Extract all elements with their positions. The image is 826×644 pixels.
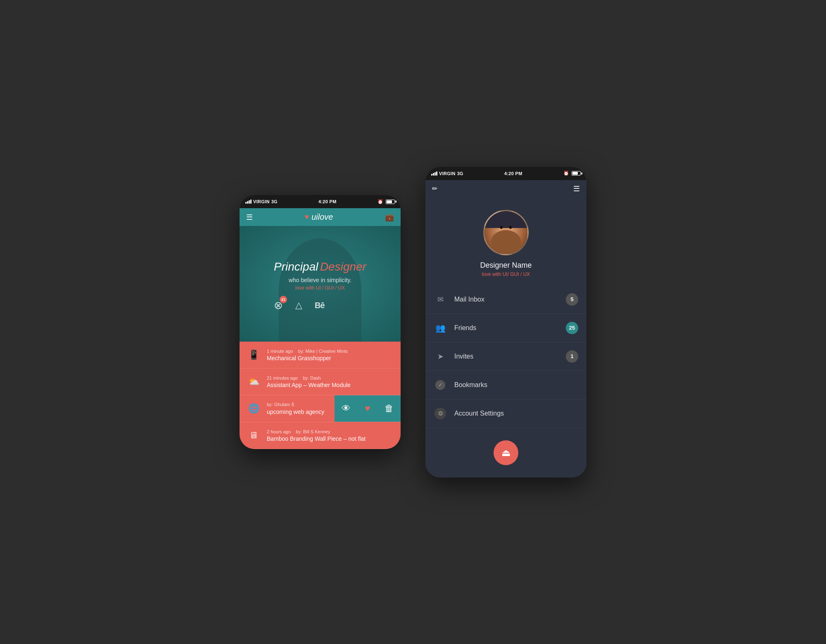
feed-meta: 2 hours ago by: Bill S Kenney <box>267 429 394 434</box>
feed-info: 1 minute ago by: Mike | Creative Mints M… <box>267 349 394 361</box>
feed-list: 📱 1 minute ago by: Mike | Creative Mints… <box>240 342 401 449</box>
feed-time: 2 hours ago <box>267 429 291 434</box>
menu-list: ✉ Mail Inbox 5 👥 Friends 25 ➤ Invites 1 <box>425 285 586 428</box>
menu-item-bookmarks[interactable]: ✓ Bookmarks <box>425 371 586 399</box>
feed-meta: 1 minute ago by: Mike | Creative Mints <box>267 349 394 354</box>
hero-subtitle: who believe in simplicity. <box>274 277 366 283</box>
hero-section: Principal Designer who believe in simpli… <box>240 226 401 342</box>
settings-icon-wrap: ⚙ <box>434 407 447 420</box>
menu-item-mail[interactable]: ✉ Mail Inbox 5 <box>425 285 586 314</box>
feed-icon-box: 🌐 <box>246 401 261 416</box>
dribbble-icon-wrap: 21 ⊗ <box>274 299 283 312</box>
pencil-icon[interactable]: ✏ <box>432 185 437 192</box>
signal-bar <box>249 200 250 204</box>
view-action-icon[interactable]: 👁 <box>342 403 351 414</box>
hero-title: Principal Designer <box>274 260 366 273</box>
status-bar-2: VIRGIN 3G 4:20 PM ⏰ <box>425 167 586 180</box>
friends-label: Friends <box>454 324 558 332</box>
battery-icon-2 <box>572 171 581 176</box>
network-text-2: 3G <box>457 171 463 176</box>
phone2-footer: ⏏ <box>425 428 586 478</box>
battery-fill-2 <box>572 172 578 175</box>
network-text: 3G <box>271 199 278 204</box>
feed-info: 21 minutes ago by: Dash Assistant App – … <box>267 375 394 388</box>
phone-2: VIRGIN 3G 4:20 PM ⏰ ✏ ☰ <box>425 167 586 478</box>
feed-author: by: Bill S Kenney <box>296 429 330 434</box>
like-action-icon[interactable]: ♥ <box>365 403 370 414</box>
avatar-eye-right <box>509 226 512 229</box>
swipe-actions: 👁 ♥ 🗑 <box>335 395 401 422</box>
bookmarks-label: Bookmarks <box>454 381 578 389</box>
feed-item[interactable]: 📱 1 minute ago by: Mike | Creative Mints… <box>240 342 401 368</box>
profile-section: Designer Name love with UI/ GUI / UX <box>425 197 586 285</box>
feed-info: 2 hours ago by: Bill S Kenney Bamboo Bra… <box>267 429 394 442</box>
heart-icon: ♥ <box>305 213 309 221</box>
signal-bar <box>247 201 248 204</box>
signal-bars-1 <box>245 200 252 204</box>
bookmarks-icon-wrap: ✓ <box>434 378 447 392</box>
feed-icon-box: ⛅ <box>246 374 261 389</box>
avatar <box>483 210 529 255</box>
status-right-1: ⏰ <box>377 199 395 204</box>
feed-author: by: Ghulam ♁ <box>267 402 294 407</box>
desktop-icon: 🖥 <box>249 430 258 441</box>
carrier-text: VIRGIN <box>253 199 270 204</box>
feed-icon-box: 🖥 <box>246 428 261 443</box>
briefcase-icon[interactable]: 💼 <box>385 213 394 222</box>
friends-icon-wrap: 👥 <box>434 321 447 335</box>
envato-icon[interactable]: △ <box>295 300 302 311</box>
feed-author: by: Dash <box>303 375 320 380</box>
mail-badge: 5 <box>566 293 578 306</box>
status-right-2: ⏰ <box>563 171 581 176</box>
status-bar-1: VIRGIN 3G 4:20 PM ⏰ <box>240 195 401 208</box>
feed-meta: 21 minutes ago by: Dash <box>267 375 394 380</box>
delete-action-icon[interactable]: 🗑 <box>385 403 394 414</box>
feed-item[interactable]: 🖥 2 hours ago by: Bill S Kenney Bamboo B… <box>240 422 401 449</box>
feed-item-swipe[interactable]: 🌐 by: Ghulam ♁ upcoming web agency 👁 ♥ 🗑 <box>240 395 401 422</box>
battery-icon <box>386 200 395 204</box>
settings-icon: ⚙ <box>434 408 446 419</box>
invites-label: Invites <box>454 353 558 360</box>
feed-time: 1 minute ago <box>267 349 293 354</box>
behance-icon[interactable]: Bē <box>315 301 325 310</box>
friends-badge: 25 <box>566 322 578 334</box>
menu-item-friends[interactable]: 👥 Friends 25 <box>425 314 586 342</box>
logo-area: ♥ uilove <box>305 212 333 222</box>
battery-fill <box>387 200 392 203</box>
invites-icon: ➤ <box>437 352 444 361</box>
globe-icon: 🌐 <box>248 403 259 414</box>
feed-item[interactable]: ⛅ 21 minutes ago by: Dash Assistant App … <box>240 368 401 395</box>
logout-button[interactable]: ⏏ <box>494 440 518 465</box>
friends-icon: 👥 <box>435 323 446 333</box>
feed-icon-box: 📱 <box>246 347 261 362</box>
avatar-eye-left <box>500 226 503 229</box>
feed-title: Mechanical Grasshopper <box>267 355 394 361</box>
signal-bar <box>434 172 436 176</box>
phones-container: VIRGIN 3G 4:20 PM ⏰ ☰ ♥ uilove 💼 <box>240 167 586 478</box>
time-text-2: 4:20 PM <box>504 171 522 176</box>
mail-icon-wrap: ✉ <box>434 293 447 306</box>
carrier-text-2: VIRGIN <box>439 171 456 176</box>
time-text: 4:20 PM <box>318 199 337 204</box>
mail-icon: ✉ <box>437 295 444 304</box>
hero-content: Principal Designer who believe in simpli… <box>274 260 366 312</box>
menu-item-account-settings[interactable]: ⚙ Account Settings <box>425 399 586 428</box>
feed-title: Bamboo Branding Wall Piece – not flat <box>267 435 394 442</box>
app-header-2: ✏ ☰ <box>425 180 586 197</box>
phone-1: VIRGIN 3G 4:20 PM ⏰ ☰ ♥ uilove 💼 <box>240 195 401 449</box>
app-header-1: ☰ ♥ uilove 💼 <box>240 208 401 226</box>
menu-item-invites[interactable]: ➤ Invites 1 <box>425 342 586 371</box>
menu-icon[interactable]: ☰ <box>246 213 253 222</box>
avatar-eyes <box>500 226 512 229</box>
logout-icon: ⏏ <box>501 447 511 459</box>
hamburger-icon-2[interactable]: ☰ <box>573 184 580 193</box>
mail-inbox-label: Mail Inbox <box>454 296 558 303</box>
signal-bar <box>436 171 437 176</box>
status-left-2: VIRGIN 3G <box>431 171 463 176</box>
cloud-icon: ⛅ <box>248 376 259 387</box>
hero-tagline: love with UI / GUI / UX <box>274 285 366 291</box>
title-regular: Principal <box>274 260 318 273</box>
title-accent: Designer <box>320 260 366 273</box>
account-settings-label: Account Settings <box>454 410 578 417</box>
invites-badge: 1 <box>566 350 578 363</box>
